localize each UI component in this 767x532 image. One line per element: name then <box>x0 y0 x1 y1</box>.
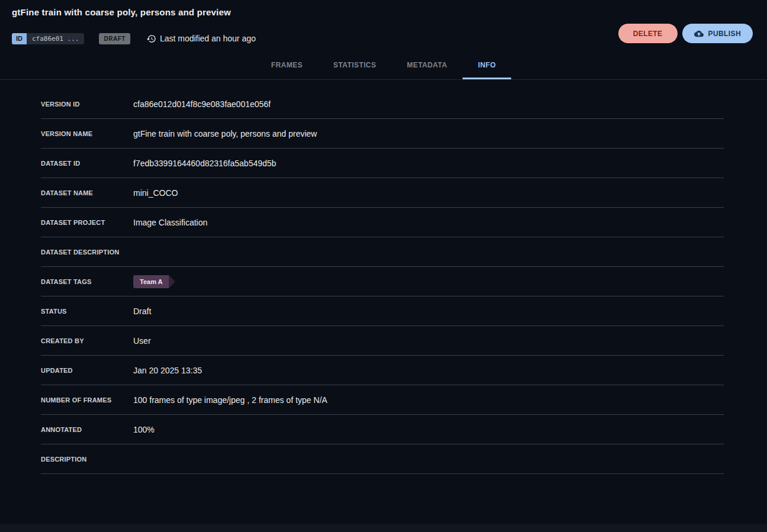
publish-button[interactable]: PUBLISH <box>682 24 753 43</box>
delete-button[interactable]: DELETE <box>618 24 678 43</box>
info-table: VERSION ID cfa86e012d014f8c9e083fae001e0… <box>41 89 724 474</box>
history-icon <box>146 34 156 44</box>
table-row-status: STATUS Draft <box>41 296 724 326</box>
table-row-dataset-name: DATASET NAME mini_COCO <box>41 178 724 208</box>
tab-frames[interactable]: FRAMES <box>256 52 318 79</box>
row-label: CREATED BY <box>41 337 133 344</box>
row-label: DATASET TAGS <box>41 278 133 285</box>
table-row-dataset-id: DATASET ID f7edb3399164460d82316fa5ab549… <box>41 149 724 178</box>
row-value: cfa86e012d014f8c9e083fae001e056f <box>133 99 271 109</box>
row-label: DATASET DESCRIPTION <box>41 249 133 256</box>
tab-bar: FRAMES STATISTICS METADATA INFO <box>0 52 767 80</box>
dataset-tag-chip[interactable]: Team A <box>133 275 169 288</box>
table-row-created-by: CREATED BY User <box>41 326 724 356</box>
row-value: Image Classification <box>133 218 207 227</box>
status-badge: DRAFT <box>99 33 130 44</box>
table-row-updated: UPDATED Jan 20 2025 13:35 <box>41 356 724 385</box>
row-value: 100 frames of type image/jpeg , 2 frames… <box>133 395 328 405</box>
row-value: Team A <box>133 275 169 288</box>
row-value: Draft <box>133 307 151 316</box>
header-actions: DELETE PUBLISH <box>618 24 753 43</box>
row-value: gtFine train with coarse poly, persons a… <box>133 129 317 138</box>
tab-metadata[interactable]: METADATA <box>391 52 463 79</box>
page-title: gtFine train with coarse poly, persons a… <box>12 7 753 17</box>
row-value: Jan 20 2025 13:35 <box>133 366 202 375</box>
table-row-dataset-tags: DATASET TAGS Team A <box>41 267 724 296</box>
id-badge-value: cfa86e01 ... <box>27 33 84 44</box>
tab-statistics[interactable]: STATISTICS <box>318 52 391 79</box>
table-row-number-of-frames: NUMBER OF FRAMES 100 frames of type imag… <box>41 385 724 415</box>
bottom-strip <box>0 524 767 532</box>
last-modified: Last modified an hour ago <box>146 34 256 44</box>
table-row-version-id: VERSION ID cfa86e012d014f8c9e083fae001e0… <box>41 89 724 119</box>
row-label: DESCRIPTION <box>41 456 133 463</box>
row-label: VERSION ID <box>41 101 133 108</box>
table-row-annotated: ANNOTATED 100% <box>41 415 724 444</box>
table-row-description: DESCRIPTION <box>41 444 724 474</box>
row-label: DATASET PROJECT <box>41 219 133 226</box>
row-label: NUMBER OF FRAMES <box>41 396 133 404</box>
last-modified-text: Last modified an hour ago <box>160 34 256 43</box>
row-value: User <box>133 336 151 346</box>
row-label: VERSION NAME <box>41 130 133 137</box>
row-label: STATUS <box>41 308 133 315</box>
row-value: f7edb3399164460d82316fa5ab549d5b <box>133 159 276 168</box>
row-value: mini_COCO <box>133 188 178 198</box>
row-label: DATASET ID <box>41 160 133 167</box>
row-value: 100% <box>133 425 155 434</box>
publish-button-label: PUBLISH <box>708 30 741 38</box>
table-row-version-name: VERSION NAME gtFine train with coarse po… <box>41 119 724 149</box>
table-row-dataset-project: DATASET PROJECT Image Classification <box>41 208 724 237</box>
row-label: UPDATED <box>41 367 133 374</box>
id-badge-label: ID <box>12 33 27 44</box>
header: gtFine train with coarse poly, persons a… <box>0 0 767 44</box>
row-label: ANNOTATED <box>41 426 133 433</box>
row-label: DATASET NAME <box>41 189 133 196</box>
table-row-dataset-description: DATASET DESCRIPTION <box>41 237 724 267</box>
cloud-upload-icon <box>694 29 704 38</box>
tab-info[interactable]: INFO <box>463 52 511 79</box>
version-id-badge[interactable]: ID cfa86e01 ... <box>12 33 84 44</box>
